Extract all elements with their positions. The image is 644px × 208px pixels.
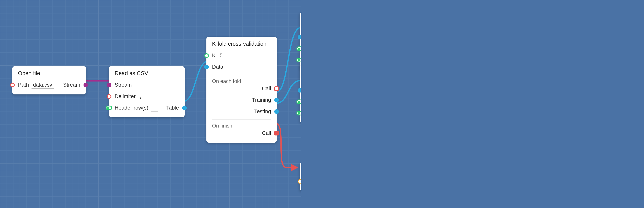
input-path[interactable]: data.csv (32, 81, 54, 89)
port-path-ring[interactable] (10, 83, 15, 87)
port-table-out[interactable] (182, 105, 187, 110)
label-stream-in: Stream (114, 81, 132, 90)
port-values-in[interactable] (298, 179, 301, 184)
port-data-in[interactable] (298, 35, 301, 40)
node-title: K-fold cross-validation (212, 41, 271, 47)
port-call-finish[interactable] (274, 131, 279, 135)
toggle-xcols[interactable] (296, 100, 301, 104)
port-stream-out[interactable] (84, 83, 88, 87)
label-training: Training (244, 96, 271, 104)
toggle-xcols[interactable] (296, 46, 301, 51)
toggle-ycols[interactable] (296, 58, 301, 62)
label-data: Data (212, 63, 223, 72)
toggle-header[interactable] (106, 105, 112, 110)
port-data-in[interactable] (204, 65, 209, 69)
node-title: Read as CSV (114, 70, 179, 77)
edge-e11 (276, 123, 297, 167)
toggle-ycols[interactable] (296, 111, 301, 115)
node-split-2[interactable]: Split into X and Y by columns Data X col… (300, 65, 301, 122)
input-header[interactable] (151, 104, 158, 111)
input-delimiter[interactable]: , (138, 93, 144, 100)
port-k-ring[interactable] (204, 53, 209, 58)
label-delimiter: Delimiter (114, 92, 136, 101)
label-table-out: Table (159, 104, 179, 112)
node-open-file[interactable]: Open file Path data.csv Stream (12, 66, 86, 94)
label-k: K (212, 51, 216, 60)
node-mean[interactable]: Mean Values Mean (300, 163, 301, 191)
port-delimiter-ring[interactable] (107, 94, 112, 99)
node-split-1[interactable]: Split into X and Y by columns Data X col… (300, 12, 301, 69)
port-call-each[interactable] (274, 86, 279, 91)
label-header: Header row(s) (114, 104, 148, 112)
port-data-in[interactable] (298, 88, 301, 93)
label-on-each-fold: On each fold (212, 75, 271, 84)
node-title: Open file (18, 70, 80, 77)
label-call2: Call (254, 129, 271, 138)
label-stream-out: Stream (56, 81, 80, 90)
node-kfold[interactable]: K-fold cross-validation K 5 Data On each… (206, 37, 277, 143)
port-testing-out[interactable] (274, 109, 279, 114)
label-testing: Testing (247, 107, 271, 116)
node-read-csv[interactable]: Read as CSV Stream Delimiter , Header ro… (109, 66, 185, 117)
label-path: Path (18, 81, 29, 90)
port-stream-in[interactable] (107, 83, 112, 87)
label-on-finish: On finish (212, 119, 271, 129)
label-call: Call (254, 84, 271, 93)
port-training-out[interactable] (274, 98, 279, 103)
flow-canvas[interactable]: Open file Path data.csv Stream Read as C… (0, 0, 301, 208)
input-k[interactable]: 5 (218, 52, 225, 59)
